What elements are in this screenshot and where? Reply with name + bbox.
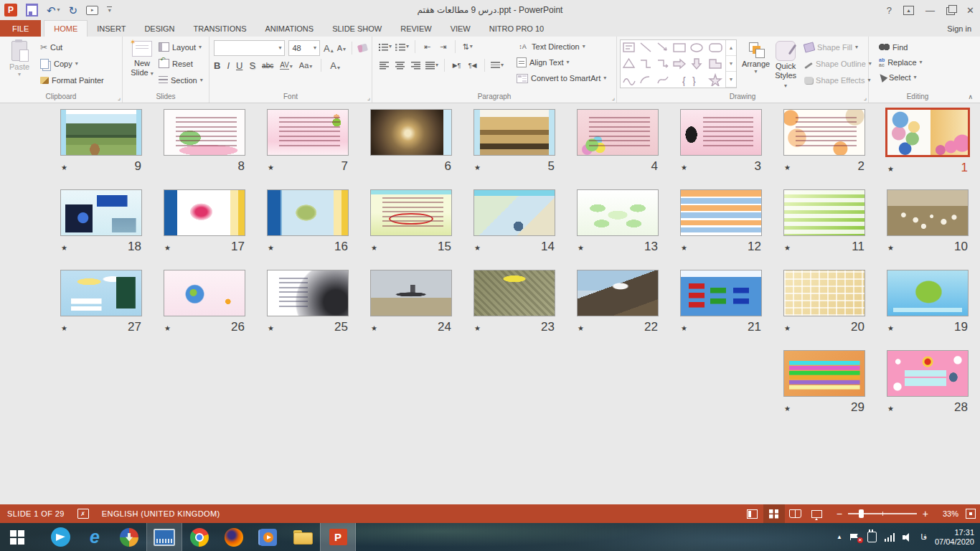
tab-transitions[interactable]: TRANSITIONS — [184, 20, 256, 37]
shape-effects-button[interactable]: Shape Effects▾ — [804, 72, 872, 88]
slide-thumbnail-21[interactable]: ★21 — [669, 270, 773, 350]
underline-button[interactable]: U — [236, 60, 242, 71]
format-painter-button[interactable]: Format Painter — [40, 72, 104, 88]
slide-art-volcano-photo[interactable] — [577, 270, 659, 316]
slide-thumbnail-24[interactable]: ★24 — [359, 270, 463, 350]
slide-sorter-view-button[interactable] — [763, 504, 785, 523]
ribbon-display-options-icon[interactable]: ▴ — [903, 6, 914, 15]
clock[interactable]: 17:31 07/04/2020 — [935, 528, 974, 547]
shapes-gallery[interactable]: { } ▲ ▼ ▼ — [620, 39, 737, 88]
slide-thumbnail-2[interactable]: ★2 — [773, 109, 876, 189]
slide-thumbnail-10[interactable]: ★10 — [876, 189, 979, 270]
zoom-in-button[interactable]: + — [923, 509, 928, 519]
strikethrough-button[interactable]: abc — [262, 62, 273, 70]
redo-icon[interactable]: ↻ — [69, 5, 78, 16]
copy-button[interactable]: Copy ▾ — [40, 56, 104, 71]
italic-button[interactable]: I — [227, 60, 230, 71]
shape-fill-button[interactable]: Shape Fill▾ — [804, 39, 872, 55]
normal-view-button[interactable] — [742, 504, 763, 523]
save-icon[interactable] — [26, 4, 38, 17]
sign-in-link[interactable]: Sign in — [947, 20, 980, 37]
numbering-button[interactable]: ▾ — [395, 40, 409, 53]
justify-button[interactable]: ▾ — [425, 59, 438, 72]
slide-thumbnail-29[interactable]: ★29 — [773, 350, 876, 430]
tab-home[interactable]: HOME — [44, 20, 88, 37]
grow-font-button[interactable]: A▴ — [324, 43, 334, 54]
slide-thumbnail-7[interactable]: ★7 — [256, 109, 359, 189]
taskbar-idm[interactable] — [112, 523, 146, 551]
slide-thumbnail-6[interactable]: 6 — [359, 109, 463, 189]
minimize-icon[interactable]: — — [925, 6, 935, 15]
slide-art-text-with-red-oval[interactable] — [370, 189, 452, 236]
powerpoint-logo-icon[interactable]: P — [4, 4, 17, 17]
action-center-flag-icon[interactable] — [850, 534, 859, 540]
slide-thumbnail-27[interactable]: ★27 — [50, 270, 153, 350]
slide-art-iran-topographic-map[interactable] — [267, 189, 349, 236]
language-indicator[interactable]: فا — [920, 532, 927, 542]
dialog-launcher-icon[interactable]: ⌟ — [864, 94, 867, 101]
slide-thumbnail-16[interactable]: ★16 — [256, 189, 359, 270]
fit-slide-to-window-icon[interactable] — [966, 509, 976, 519]
gallery-more-icon[interactable]: ▼ — [726, 72, 736, 88]
slide-thumbnail-1[interactable]: ★1 — [876, 109, 979, 189]
layout-button[interactable]: Layout▾ — [159, 39, 203, 55]
slide-art-aerial-city-yellow-oval[interactable] — [473, 270, 555, 316]
reset-button[interactable]: Reset — [159, 56, 203, 71]
slide-thumbnail-9[interactable]: ★9 — [50, 109, 153, 189]
slide-thumbnail-17[interactable]: ★17 — [153, 189, 256, 270]
slide-art-sheep-flock-photo[interactable] — [887, 189, 969, 236]
taskbar-keyboard-app[interactable] — [146, 523, 182, 551]
gallery-scroll-down-icon[interactable]: ▼ — [726, 56, 736, 72]
slideshow-view-button[interactable] — [806, 504, 828, 523]
tab-insert[interactable]: INSERT — [88, 20, 135, 37]
cut-button[interactable]: ✂ Cut — [40, 39, 104, 55]
start-slideshow-icon[interactable]: ▸ — [86, 6, 98, 15]
dialog-launcher-icon[interactable]: ⌟ — [118, 94, 121, 101]
taskbar-firefox[interactable] — [217, 523, 251, 551]
taskbar-powerpoint[interactable]: P — [320, 523, 356, 551]
slide-art-green-cloud-diagram[interactable] — [577, 189, 659, 236]
slide-art-green-text-boxes[interactable] — [783, 189, 865, 236]
slide-art-globe-illustration[interactable] — [164, 270, 245, 316]
clear-formatting-icon[interactable] — [357, 43, 368, 52]
network-signal-icon[interactable] — [885, 533, 895, 542]
tab-file[interactable]: FILE — [0, 20, 41, 37]
section-button[interactable]: Section▾ — [159, 72, 203, 88]
font-name-combobox[interactable]: ▾ — [214, 40, 285, 56]
tab-view[interactable]: VIEW — [441, 20, 480, 37]
taskbar-chrome[interactable] — [182, 523, 217, 551]
slide-thumbnail-5[interactable]: ★5 — [463, 109, 566, 189]
right-to-left-button[interactable]: ¶◀ — [466, 59, 479, 72]
slide-art-map-with-figure[interactable] — [473, 189, 555, 236]
slide-art-pink-text-with-cartoon-boy[interactable] — [267, 109, 349, 156]
close-icon[interactable]: ✕ — [966, 6, 974, 15]
tab-design[interactable]: DESIGN — [135, 20, 184, 37]
columns-button[interactable]: ▾ — [491, 59, 504, 72]
slide-thumbnail-26[interactable]: ★26 — [153, 270, 256, 350]
bold-button[interactable]: B — [214, 60, 220, 71]
slide-art-iran-red-relief-map[interactable] — [164, 189, 245, 236]
slide-art-orange-flower-notes[interactable] — [783, 109, 865, 156]
shrink-font-button[interactable]: A▾ — [337, 44, 346, 52]
slide-thumbnail-11[interactable]: ★11 — [773, 189, 876, 270]
convert-to-smartart-button[interactable]: Convert to SmartArt▾ — [517, 71, 606, 85]
find-button[interactable]: Find — [879, 39, 963, 55]
hidden-icons-chevron[interactable]: ▲ — [837, 534, 842, 540]
tab-slide-show[interactable]: SLIDE SHOW — [323, 20, 391, 37]
left-to-right-button[interactable]: ▶¶ — [451, 59, 463, 72]
help-icon[interactable]: ? — [887, 6, 892, 15]
bullets-button[interactable]: ▾ — [378, 40, 392, 53]
change-case-button[interactable]: Aa▾ — [299, 61, 312, 70]
quick-styles-button[interactable]: Quick Styles ▾ — [775, 39, 796, 90]
tab-nitro-pro[interactable]: NITRO PRO 10 — [480, 20, 553, 37]
font-color-button[interactable]: A▾ — [330, 60, 340, 71]
collapse-ribbon-icon[interactable]: ∧ — [968, 93, 973, 100]
slide-art-earth-in-hands-cover[interactable] — [60, 189, 142, 236]
slide-art-city-street-map[interactable] — [783, 270, 865, 316]
slide-art-desert-dunes-photo[interactable] — [473, 109, 555, 156]
slide-art-airplane-nose-photo[interactable] — [267, 270, 349, 316]
slide-art-mountain-village-photo[interactable] — [60, 109, 142, 156]
increase-indent-icon[interactable]: ⇥ — [437, 40, 449, 53]
slide-thumbnail-19[interactable]: ★19 — [876, 270, 979, 350]
taskbar-internet-explorer[interactable]: e — [77, 523, 112, 551]
